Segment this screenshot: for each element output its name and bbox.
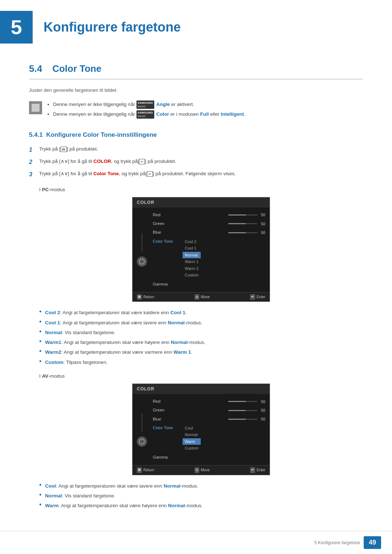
chapter-number: 5 <box>11 17 22 37</box>
note-icon-graphic <box>32 104 40 112</box>
enter-icon: ↵ <box>250 294 255 300</box>
screen-av-footer-return: ⊞ Return <box>137 467 154 473</box>
screen-av-blue-label: Blue <box>153 416 182 422</box>
av-mode-label: I AV-modus <box>39 373 363 380</box>
av-bullet-cool: • Cool: Angi at fargetemperaturen skal v… <box>39 483 363 490</box>
chapter-box: 5 <box>0 11 33 44</box>
term-warm2: Warm2 <box>45 349 61 355</box>
av-return-icon: ⊞ <box>137 467 142 473</box>
av-dropdown-warm: Warm <box>183 438 201 445</box>
av-term-normal: Normal <box>45 493 62 498</box>
step-1: 1 Trykk på [m] på produktet. <box>29 145 363 154</box>
screen-av-green-bar: 50 <box>182 407 265 414</box>
av-bullet-dot-3: • <box>39 501 41 508</box>
screen-footer-return: ⊞ Return <box>137 294 154 300</box>
page-header: 5 Konfigurere fargetone <box>0 0 392 51</box>
dropdown-custom: Custom <box>183 272 201 279</box>
term-custom-1: Custom <box>45 360 63 365</box>
screen-av-rows: Red 50 Green 50 <box>151 398 267 462</box>
screen-mockup-pc: COLOR Red 50 <box>132 197 270 302</box>
screen-av-left <box>135 398 148 462</box>
screen-av-row-colortone: Color Tone Cool Normal Warm Custom <box>151 424 267 452</box>
bar-fill-av-red <box>228 401 246 402</box>
screen-av-footer-enter: ↵ Enter <box>250 467 265 473</box>
main-content: 5.4Color Tone Juster den generelle farge… <box>0 54 392 538</box>
bullet-dot-2: • <box>39 319 41 325</box>
av-dropdown-normal: Normal <box>183 431 201 438</box>
screen-row-red-bar: 50 <box>182 212 265 218</box>
bar-track-av-blue <box>228 419 257 420</box>
screen-row-colortone-label: Color Tone <box>153 238 182 245</box>
screen-av-icon-inner <box>139 439 145 444</box>
steps-list: 1 Trykk på [m] på produktet. 2 Trykk på … <box>29 145 363 179</box>
step-3-text: Trykk på [∧∨] for å gå til Color Tone, o… <box>39 170 363 177</box>
ref-normal-1: Normal <box>168 320 185 325</box>
step-2-num: 2 <box>29 158 39 167</box>
step-3-num: 3 <box>29 170 39 179</box>
return-icon: ⊞ <box>137 294 142 300</box>
subsection-heading: 5.4.1 Konfigurere Color Tone-innstilling… <box>29 130 363 140</box>
av-bullet-warm-text: Warm: Angi at fargetemperaturen skal vær… <box>45 502 203 509</box>
step-2: 2 Trykk på [∧∨] for å gå til COLOR, og t… <box>29 158 363 167</box>
screen-av-row-red: Red 50 <box>151 398 267 405</box>
bar-value-av-red: 50 <box>260 399 265 405</box>
pc-bullet-warm1: • Warm1: Angi at fargetemperaturen skal … <box>39 339 363 346</box>
step-1-icon: m <box>61 147 67 152</box>
step-1-text: Trykk på [m] på produktet. <box>39 145 363 153</box>
note-bullets: Denne menyen er ikke tilgjengelig når SA… <box>47 100 245 120</box>
step-3-icon: ↵ <box>147 171 153 177</box>
bar-value-red: 50 <box>260 212 265 218</box>
bar-fill-red <box>228 214 246 216</box>
screen-av-title: COLOR <box>132 384 270 394</box>
dropdown-warm1: Warm 1 <box>183 258 201 265</box>
screen-av-footer-move: ◇ Move <box>195 467 209 473</box>
dropdown-normal: Normal <box>183 252 201 259</box>
bar-value-green: 50 <box>260 221 265 227</box>
bar-fill-av-green <box>228 410 246 411</box>
av-bullet-warm: • Warm: Angi at fargetemperaturen skal v… <box>39 502 363 509</box>
screen-pc-left <box>135 211 148 289</box>
bullet-dot-3: • <box>39 328 41 335</box>
section-number: 5.4 <box>29 63 42 74</box>
av-ref-normal-1: Normal <box>164 483 181 489</box>
term-cool2: Cool 2 <box>45 310 60 315</box>
samsung-magic-1: SAMSUNG MAGIC <box>136 100 154 109</box>
screen-footer-move: ◇ Move <box>195 294 209 300</box>
step-3: 3 Trykk på [∧∨] for å gå til Color Tone,… <box>29 170 363 179</box>
screen-row-green: Green 50 <box>151 220 267 227</box>
pc-desc-list: • Cool 2: Angi at fargetemperaturen skal… <box>39 309 363 366</box>
av-term-cool: Cool <box>45 483 56 489</box>
screen-av-red-label: Red <box>153 398 182 405</box>
pc-bullet-normal-text: Normal: Vis standard fargetone. <box>45 329 115 336</box>
step-1-num: 1 <box>29 145 39 154</box>
av-bullet-cool-text: Cool: Angi at fargetemperaturen skal vær… <box>45 483 198 490</box>
screen-av-line <box>142 413 142 431</box>
pc-bullet-normal: • Normal: Vis standard fargetone. <box>39 329 363 336</box>
bar-track-green <box>228 223 257 224</box>
av-term-warm: Warm <box>45 503 58 508</box>
screen-pc-icon-inner <box>139 259 145 264</box>
screen-av-blue-bar: 50 <box>182 416 265 422</box>
screen-footer-enter: ↵ Enter <box>250 294 265 300</box>
dropdown-warm2: Warm 2 <box>183 265 201 272</box>
pc-bullet-cool2-text: Cool 2: Angi at fargetemperaturen skal v… <box>45 309 187 316</box>
pc-bullet-custom-text: Custom: Tilpass fargetonen. <box>45 359 107 366</box>
screen-av-green-label: Green <box>153 407 182 413</box>
note-item-1: Denne menyen er ikke tilgjengelig når SA… <box>53 100 245 109</box>
bullet-dot-1: • <box>39 308 41 315</box>
screen-av-icon <box>137 436 147 447</box>
screen-row-green-label: Green <box>153 221 182 227</box>
screen-av-row-green: Green 50 <box>151 406 267 414</box>
dropdown-cool1: Cool 1 <box>183 245 201 252</box>
page-footer: 5 Konfigurere fargetone 49 <box>0 531 392 554</box>
note-icon <box>29 101 42 114</box>
footer-chapter-label: 5 Konfigurere fargetone <box>314 539 360 546</box>
av-dropdown-custom: Custom <box>183 445 201 452</box>
screen-pc-rows: Red 50 Green 50 <box>151 211 267 289</box>
screen-row-blue-bar: 50 <box>182 230 265 236</box>
screen-row-gamma-label: Gamma <box>153 281 182 287</box>
bar-track-blue <box>228 232 257 233</box>
bullet-dot-4: • <box>39 338 41 345</box>
bar-track-av-green <box>228 410 257 411</box>
step-3-color: Color Tone <box>93 171 119 176</box>
